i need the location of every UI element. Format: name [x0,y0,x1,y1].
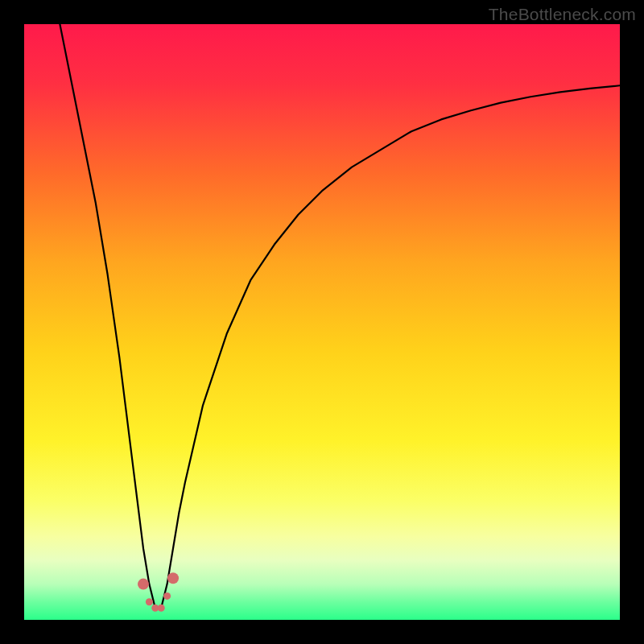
marker-dot [146,598,153,605]
marker-dot [163,592,171,600]
chart-frame: TheBottleneck.com [0,0,644,644]
chart-svg [24,24,620,620]
watermark-text: TheBottleneck.com [489,5,636,24]
plot-area [24,24,620,620]
marker-dot [138,579,149,590]
marker-dot [158,605,165,612]
marker-dot [167,572,179,584]
